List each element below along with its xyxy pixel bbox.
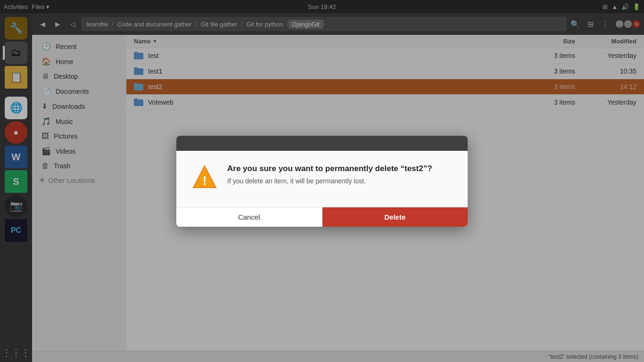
- svg-text:!: !: [203, 173, 207, 188]
- cancel-button[interactable]: Cancel: [176, 207, 322, 227]
- dialog-body: ! Are you sure you want to permanently d…: [176, 151, 468, 207]
- dialog-heading: Are you sure you want to permanently del…: [227, 164, 432, 173]
- warning-icon: !: [191, 164, 218, 196]
- delete-dialog: ! Are you sure you want to permanently d…: [176, 136, 468, 227]
- dialog-text: Are you sure you want to permanently del…: [227, 164, 432, 185]
- dialog-subtext: If you delete an item, it will be perman…: [227, 177, 432, 185]
- dialog-overlay: ! Are you sure you want to permanently d…: [0, 0, 644, 362]
- delete-button[interactable]: Delete: [322, 207, 468, 227]
- dialog-buttons: Cancel Delete: [176, 207, 468, 227]
- dialog-title-bar: [176, 136, 468, 151]
